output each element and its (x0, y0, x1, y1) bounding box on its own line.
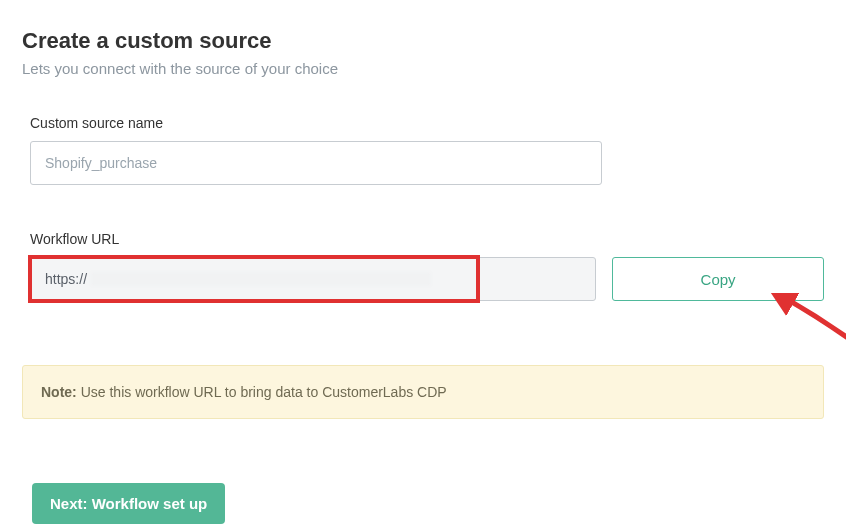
url-blurred-region (91, 272, 431, 286)
source-name-input[interactable] (30, 141, 602, 185)
source-name-label: Custom source name (30, 115, 824, 131)
note-text: Use this workflow URL to bring data to C… (77, 384, 447, 400)
workflow-url-field[interactable]: https:// (30, 257, 596, 301)
arrow-annotation-icon (760, 293, 846, 353)
page-title: Create a custom source (22, 28, 824, 54)
next-button[interactable]: Next: Workflow set up (32, 483, 225, 524)
note-prefix: Note: (41, 384, 77, 400)
workflow-url-label: Workflow URL (30, 231, 824, 247)
page-subtitle: Lets you connect with the source of your… (22, 60, 824, 77)
workflow-url-value: https:// (31, 271, 87, 287)
note-banner: Note: Use this workflow URL to bring dat… (22, 365, 824, 419)
